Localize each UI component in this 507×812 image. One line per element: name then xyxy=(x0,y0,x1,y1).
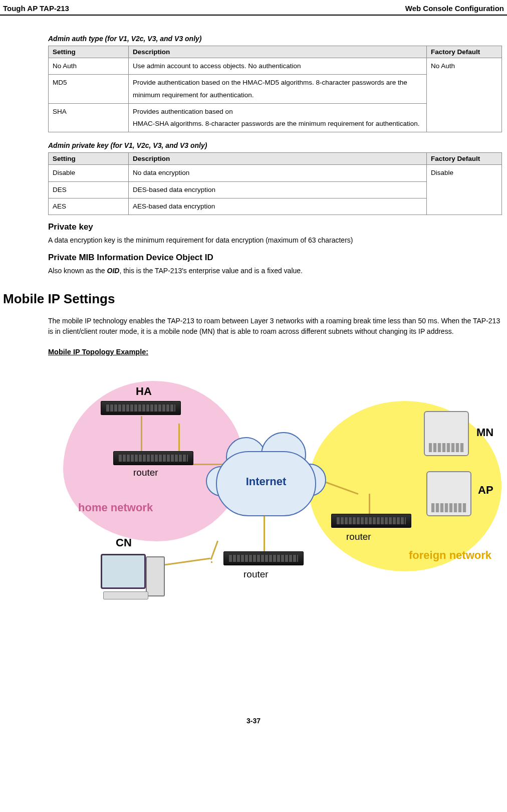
link-line xyxy=(264,514,265,551)
router-label: router xyxy=(243,569,269,580)
link-line xyxy=(141,416,142,451)
th-description: Description xyxy=(129,46,427,58)
link-line xyxy=(369,494,370,514)
mobile-ip-heading: Mobile IP Settings xyxy=(3,291,507,307)
cell-setting: Disable xyxy=(49,165,129,181)
link-line xyxy=(210,541,218,560)
private-key-paragraph: A data encryption key is the minimum req… xyxy=(48,235,507,246)
table-row: Disable No data encryption Disable xyxy=(49,165,502,181)
page-number: 3-37 xyxy=(0,717,507,735)
keyboard-icon xyxy=(103,591,148,599)
cell-setting: AES xyxy=(49,198,129,215)
header-left: Tough AP TAP-213 xyxy=(3,4,69,13)
internet-cloud: Internet xyxy=(216,451,316,516)
cell-desc: Use admin account to access objects. No … xyxy=(129,58,427,75)
cell-default: Disable xyxy=(427,165,502,215)
th-factory-default: Factory Default xyxy=(427,46,502,58)
private-key-heading: Private key xyxy=(48,222,507,232)
cell-setting: MD5 xyxy=(49,75,129,104)
cell-desc: DES-based data encryption xyxy=(129,181,427,198)
topology-subheading: Mobile IP Topology Example: xyxy=(48,348,148,356)
table2-caption: Admin private key (for V1, V2c, V3, and … xyxy=(48,141,507,149)
header-right: Web Console Configuration xyxy=(405,4,504,13)
router-label: router xyxy=(346,531,371,542)
internet-label: Internet xyxy=(216,475,316,488)
cell-desc: Provides authentication based on HMAC-SH… xyxy=(129,103,427,132)
ap-device-icon xyxy=(426,471,471,516)
home-network-label: home network xyxy=(78,501,153,514)
cn-label: CN xyxy=(116,536,132,549)
cell-setting: No Auth xyxy=(49,58,129,75)
cell-default: No Auth xyxy=(427,58,502,132)
oid-term: OID xyxy=(107,267,120,275)
mn-label: MN xyxy=(476,426,493,439)
mib-paragraph: Also known as the OID, this is the TAP-2… xyxy=(48,266,507,276)
admin-private-key-table: Setting Description Factory Default Disa… xyxy=(48,152,502,215)
table1-caption: Admin auth type (for V1, V2c, V3, and V3… xyxy=(48,35,507,43)
mib-text-pre: Also known as the xyxy=(48,267,107,275)
mib-text-post: , this is the TAP-213's enterprise value… xyxy=(119,267,303,275)
cell-desc: AES-based data encryption xyxy=(129,198,427,215)
table-row: No Auth Use admin account to access obje… xyxy=(49,58,502,75)
cell-desc: No data encryption xyxy=(129,165,427,181)
pc-monitor-icon xyxy=(101,554,146,589)
mn-device-icon xyxy=(424,411,469,456)
cell-setting: DES xyxy=(49,181,129,198)
mobile-ip-paragraph: The mobile IP technology enables the TAP… xyxy=(48,316,507,337)
page-header: Tough AP TAP-213 Web Console Configurati… xyxy=(0,4,507,16)
admin-auth-type-table: Setting Description Factory Default No A… xyxy=(48,46,502,132)
th-description: Description xyxy=(129,153,427,165)
th-setting: Setting xyxy=(49,46,129,58)
ha-device-icon xyxy=(101,401,181,415)
router-device-icon xyxy=(331,514,411,528)
ap-label: AP xyxy=(478,484,493,497)
router-label: router xyxy=(133,467,158,478)
link-line xyxy=(211,561,212,563)
cell-setting: SHA xyxy=(49,103,129,132)
ha-label: HA xyxy=(136,385,152,398)
topology-diagram: Internet HA router home ne xyxy=(48,371,507,647)
pc-tower-icon xyxy=(146,556,165,596)
foreign-network-label: foreign network xyxy=(409,549,491,562)
cell-desc: Provide authentication based on the HMAC… xyxy=(129,75,427,104)
mib-heading: Private MIB Information Device Object ID xyxy=(48,253,507,263)
router-device-icon xyxy=(113,451,193,465)
router-device-icon xyxy=(223,551,304,565)
th-setting: Setting xyxy=(49,153,129,165)
th-factory-default: Factory Default xyxy=(427,153,502,165)
